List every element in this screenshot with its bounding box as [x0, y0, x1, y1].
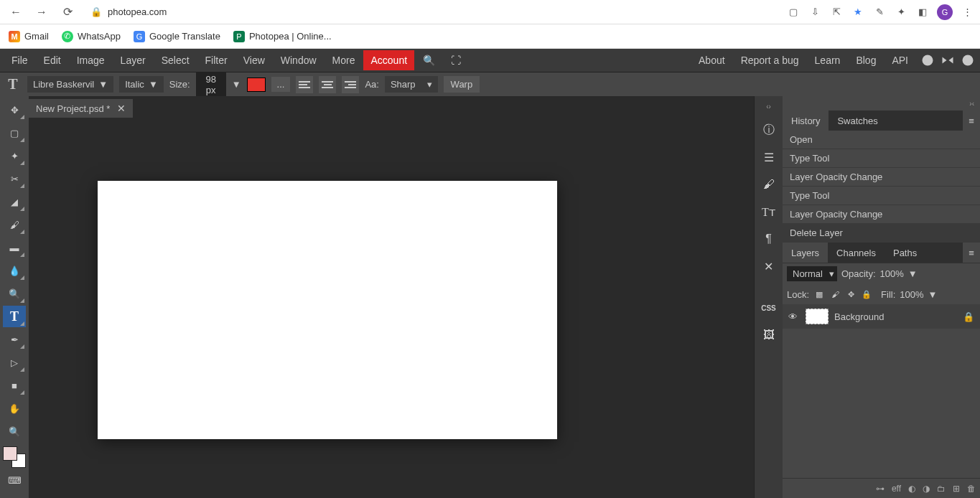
back-button[interactable]: ← — [6, 2, 26, 22]
fullscreen-icon[interactable]: ⛶ — [444, 50, 468, 70]
blend-mode-select[interactable]: Normal — [787, 266, 837, 281]
fill-value[interactable]: 100% — [900, 289, 923, 300]
adjustments-panel-icon[interactable]: ☰ — [758, 146, 780, 168]
history-item[interactable]: Type Tool — [783, 149, 980, 168]
new-layer-icon[interactable]: ⊞ — [953, 484, 960, 494]
menu-blog[interactable]: Blog — [849, 50, 883, 70]
forward-button[interactable]: → — [32, 2, 52, 22]
bookmark-photopea[interactable]: PPhotopea | Online... — [233, 31, 332, 42]
menu-report[interactable]: Report a bug — [734, 50, 806, 70]
shape-tool[interactable]: ■ — [3, 375, 26, 396]
font-size-input[interactable]: 98 px — [196, 72, 226, 98]
wand-tool[interactable]: ✦ — [3, 145, 26, 166]
history-item[interactable]: Type Tool — [783, 187, 980, 205]
address-bar[interactable]: 🔒 photopea.com — [83, 6, 780, 17]
tab-layers[interactable]: Layers — [783, 243, 828, 263]
crop-tool[interactable]: ✂ — [3, 168, 26, 189]
lock-all-icon[interactable]: 🔒 — [861, 288, 872, 300]
warp-button[interactable]: Warp — [444, 76, 480, 93]
panel-menu-icon[interactable]: ≡ — [963, 111, 980, 131]
hand-tool[interactable]: ✋ — [3, 398, 26, 419]
visibility-toggle-icon[interactable]: 👁 — [788, 311, 800, 322]
fx-icon[interactable]: eff — [892, 484, 901, 494]
panel-menu-icon[interactable]: ≡ — [963, 243, 980, 263]
tab-channels[interactable]: Channels — [828, 243, 885, 263]
dodge-tool[interactable]: 🔍 — [3, 283, 26, 304]
link-layers-icon[interactable]: ⊶ — [876, 484, 885, 494]
reddit-icon[interactable] — [920, 52, 935, 68]
quick-mask-tool[interactable]: ⌨ — [3, 469, 26, 491]
more-options-button[interactable]: ... — [271, 77, 291, 92]
close-tab-icon[interactable]: ✕ — [117, 103, 126, 114]
eyedropper-tool[interactable]: ◢ — [3, 191, 26, 212]
opacity-dropdown-icon[interactable]: ▼ — [908, 268, 918, 279]
menu-select[interactable]: Select — [154, 50, 197, 70]
canvas-area[interactable] — [29, 118, 754, 498]
font-family-select[interactable]: Libre Baskervil ▼ — [27, 76, 113, 93]
history-item[interactable]: Layer Opacity Change — [783, 205, 980, 224]
mask-icon[interactable]: ◐ — [908, 484, 915, 494]
zoom-tool[interactable]: 🔍 — [3, 421, 26, 442]
css-panel-icon[interactable]: CSS — [758, 297, 780, 319]
lock-pixels-icon[interactable]: ▩ — [813, 288, 825, 300]
document-tab[interactable]: New Project.psd * ✕ — [29, 99, 133, 118]
sidepanel-icon[interactable]: ◧ — [915, 5, 930, 19]
menu-more[interactable]: More — [325, 50, 363, 70]
history-item[interactable]: Delete Layer — [783, 224, 980, 243]
antialias-select[interactable]: Sharp ▾ — [385, 76, 438, 93]
reload-button[interactable]: ⟳ — [57, 2, 78, 22]
bookmark-google-translate[interactable]: GGoogle Translate — [134, 31, 220, 42]
menu-filter[interactable]: Filter — [198, 50, 235, 70]
facebook-icon[interactable] — [960, 52, 976, 68]
info-panel-icon[interactable]: ⓘ — [758, 119, 780, 141]
menu-api[interactable]: API — [885, 50, 915, 70]
type-tool[interactable]: T — [3, 306, 26, 327]
blur-tool[interactable]: 💧 — [3, 260, 26, 281]
menu-about[interactable]: About — [691, 50, 732, 70]
menu-learn[interactable]: Learn — [808, 50, 848, 70]
twitter-icon[interactable] — [940, 52, 956, 68]
color-picker[interactable] — [3, 446, 26, 468]
eyedropper-ext-icon[interactable]: ✎ — [872, 5, 887, 19]
paragraph-panel-icon[interactable]: ¶ — [758, 228, 780, 250]
history-item[interactable]: Open — [783, 131, 980, 149]
path-select-tool[interactable]: ▷ — [3, 352, 26, 373]
bookmark-gmail[interactable]: MGmail — [9, 31, 49, 42]
extensions-icon[interactable]: ✦ — [894, 5, 908, 19]
search-icon[interactable]: 🔍 — [416, 50, 442, 70]
image-panel-icon[interactable]: 🖼 — [758, 324, 780, 346]
bookmark-star-icon[interactable]: ★ — [851, 5, 865, 19]
align-left-button[interactable] — [296, 76, 313, 93]
menu-edit[interactable]: Edit — [37, 50, 68, 70]
group-icon[interactable]: 🗀 — [937, 484, 946, 494]
account-button[interactable]: Account — [363, 50, 414, 70]
history-item[interactable]: Layer Opacity Change — [783, 168, 980, 187]
install-icon[interactable]: ▢ — [786, 5, 801, 19]
brush-panel-icon[interactable]: 🖌 — [758, 174, 780, 195]
download-icon[interactable]: ⇩ — [808, 5, 822, 19]
panel-expand-arrows[interactable]: ›‹ — [783, 96, 980, 111]
menu-window[interactable]: Window — [274, 50, 324, 70]
pen-tool[interactable]: ✒ — [3, 329, 26, 350]
fill-dropdown-icon[interactable]: ▼ — [928, 289, 938, 300]
panel-collapse-arrows[interactable]: ‹› — [755, 99, 783, 113]
marquee-tool[interactable]: ▢ — [3, 122, 26, 144]
lock-move-icon[interactable]: ✥ — [845, 288, 857, 300]
profile-avatar[interactable]: G — [937, 4, 953, 20]
brush-tool[interactable]: 🖌 — [3, 214, 26, 235]
align-center-button[interactable] — [319, 76, 336, 93]
foreground-color-swatch[interactable] — [3, 446, 17, 461]
move-tool[interactable]: ✥ — [3, 99, 26, 121]
menu-file[interactable]: File — [4, 50, 35, 70]
menu-image[interactable]: Image — [70, 50, 112, 70]
menu-layer[interactable]: Layer — [113, 50, 153, 70]
delete-layer-icon[interactable]: 🗑 — [967, 484, 976, 494]
tab-swatches[interactable]: Swatches — [829, 111, 886, 131]
layer-thumbnail[interactable] — [806, 309, 829, 324]
menu-view[interactable]: View — [236, 50, 272, 70]
size-dropdown-icon[interactable]: ▼ — [232, 79, 241, 90]
lock-brush-icon[interactable]: 🖌 — [829, 288, 841, 300]
gradient-tool[interactable]: ▬ — [3, 237, 26, 258]
opacity-value[interactable]: 100% — [880, 268, 904, 279]
canvas[interactable] — [98, 181, 557, 439]
